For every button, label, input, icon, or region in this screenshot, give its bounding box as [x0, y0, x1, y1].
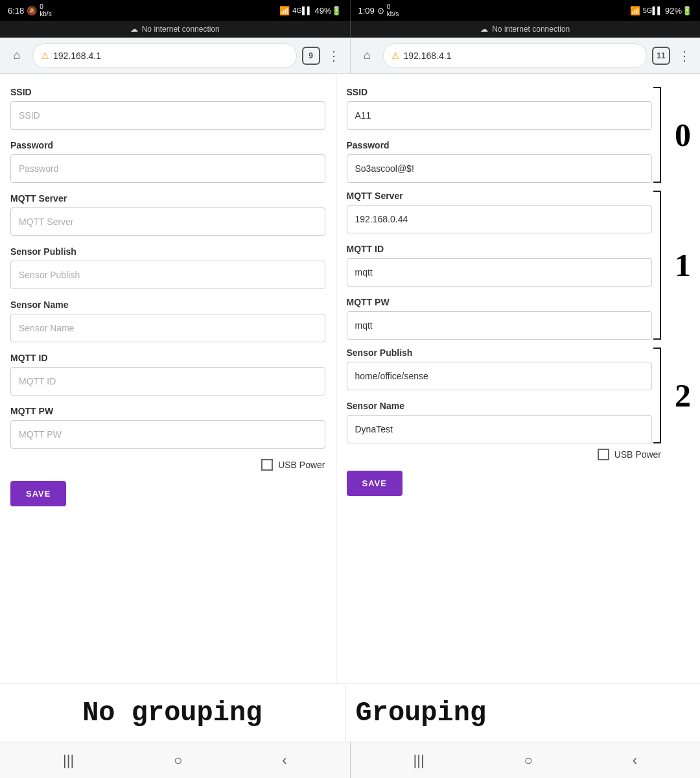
left-mqtt-id-input[interactable] [10, 367, 325, 395]
right-sensor-name-input[interactable] [347, 415, 653, 443]
right-clock-icon: ⊙ [377, 6, 384, 16]
left-browser-bar: ⌂ ⚠ 192.168.4.1 9 ⋮ [0, 38, 350, 73]
right-signal-icon: 5G▌▌ [643, 6, 662, 14]
left-sensor-name-group: Sensor Name [10, 300, 325, 342]
right-nav-bar: ||| ○ ‹ [351, 742, 701, 778]
left-tab-count[interactable]: 9 [302, 47, 320, 65]
left-time: 6:18 [8, 6, 24, 16]
right-panel: SSID Password 0 MQTT Server MQTT ID [336, 74, 701, 683]
right-ssid-input[interactable] [347, 101, 653, 130]
right-mqtt-server-group: MQTT Server [347, 191, 653, 233]
left-mqtt-server-input[interactable] [10, 207, 325, 236]
right-nav-back-icon[interactable]: ‹ [633, 752, 637, 769]
left-sensor-name-label: Sensor Name [10, 300, 325, 310]
right-battery: 92%🔋 [665, 6, 692, 16]
group2-number: 2 [675, 377, 691, 414]
right-nav-home-icon[interactable]: ○ [524, 752, 533, 769]
right-address-bar[interactable]: ⚠ 192.168.4.1 [383, 43, 648, 68]
left-signal-icon: 4G▌▌ [292, 6, 312, 14]
left-usb-power-row: USB Power [10, 459, 325, 471]
right-status-bar: 1:09 ⊙ 0kb/s 📶 5G▌▌ 92%🔋 [351, 0, 701, 21]
right-bottom-label: Grouping [345, 684, 701, 742]
left-password-group: Password [10, 140, 325, 183]
left-mqtt-id-label: MQTT ID [10, 353, 325, 363]
left-battery: 49%🔋 [314, 6, 342, 16]
right-mqtt-pw-group: MQTT PW [347, 297, 653, 340]
right-nav-menu-icon[interactable]: ||| [413, 752, 424, 769]
right-usb-label: USB Power [614, 449, 661, 460]
right-mqtt-pw-input[interactable] [347, 311, 653, 340]
left-warning-icon: ⚠ [41, 51, 49, 61]
right-no-internet: ☁ No internet connection [351, 21, 701, 38]
right-save-button[interactable]: SAVE [347, 471, 402, 496]
right-usb-power-row: USB Power [347, 449, 662, 460]
right-mqtt-id-input[interactable] [347, 258, 653, 287]
left-ssid-input[interactable] [10, 101, 325, 130]
left-mqtt-pw-group: MQTT PW [10, 406, 325, 449]
right-sensor-publish-label: Sensor Publish [347, 348, 653, 358]
group0-bracket [653, 87, 661, 183]
right-wifi-icon: 📶 [630, 6, 640, 16]
left-home-button[interactable]: ⌂ [6, 45, 27, 66]
left-ssid-group: SSID [10, 87, 325, 130]
right-mqtt-server-input[interactable] [347, 205, 653, 233]
group1-bracket [653, 191, 661, 340]
right-ssid-label: SSID [347, 87, 653, 97]
left-mqtt-server-label: MQTT Server [10, 193, 325, 204]
right-password-label: Password [347, 140, 653, 150]
left-bottom-label: No grouping [0, 684, 345, 742]
left-nav-bar: ||| ○ ‹ [0, 742, 350, 778]
right-mqtt-id-label: MQTT ID [347, 244, 653, 254]
left-alarm-icon: 🔕 [27, 6, 37, 16]
left-mqtt-server-group: MQTT Server [10, 193, 325, 236]
left-password-input[interactable] [10, 154, 325, 183]
left-nav-home-icon[interactable]: ○ [174, 752, 182, 769]
left-nav-menu-icon[interactable]: ||| [63, 752, 74, 769]
left-mqtt-pw-label: MQTT PW [10, 406, 325, 416]
left-sensor-name-input[interactable] [10, 314, 325, 342]
left-usb-label: USB Power [278, 460, 325, 470]
right-home-button[interactable]: ⌂ [357, 45, 378, 66]
left-sensor-publish-group: Sensor Publish [10, 246, 325, 289]
left-mqtt-id-group: MQTT ID [10, 353, 325, 395]
right-sensor-name-label: Sensor Name [347, 401, 653, 411]
group1-number: 1 [675, 246, 691, 284]
right-sensor-publish-input[interactable] [347, 362, 653, 390]
right-tab-count[interactable]: 11 [652, 47, 670, 65]
right-warning-icon: ⚠ [391, 51, 400, 61]
left-ssid-label: SSID [10, 87, 325, 97]
left-mqtt-pw-input[interactable] [10, 420, 325, 449]
left-nav-back-icon[interactable]: ‹ [282, 752, 286, 769]
cloud-off-icon: ☁ [130, 25, 138, 34]
right-browser-bar: ⌂ ⚠ 192.168.4.1 11 ⋮ [351, 38, 701, 73]
left-data-icon: 0kb/s [40, 3, 51, 18]
left-usb-checkbox[interactable] [261, 459, 273, 471]
left-address-bar[interactable]: ⚠ 192.168.4.1 [32, 43, 297, 68]
left-url: 192.168.4.1 [53, 51, 101, 61]
right-mqtt-server-label: MQTT Server [347, 191, 653, 201]
cloud-off-icon-2: ☁ [480, 25, 488, 34]
group0-number: 0 [675, 116, 691, 154]
left-save-button[interactable]: SAVE [10, 481, 66, 506]
right-sensor-publish-group: Sensor Publish [347, 348, 653, 390]
left-wifi-icon: 📶 [279, 6, 290, 16]
left-sensor-publish-label: Sensor Publish [10, 246, 325, 257]
left-sensor-publish-input[interactable] [10, 261, 325, 289]
right-password-input[interactable] [347, 154, 653, 183]
left-status-bar: 6:18 🔕 0kb/s 📶 4G▌▌ 49%🔋 [0, 0, 350, 21]
right-menu-button[interactable]: ⋮ [675, 47, 694, 65]
left-menu-button[interactable]: ⋮ [325, 47, 344, 65]
left-password-label: Password [10, 140, 325, 150]
right-sensor-name-group: Sensor Name [347, 401, 653, 443]
right-password-group: Password [347, 140, 653, 183]
right-data-icon: 0kb/s [387, 3, 399, 18]
right-mqtt-id-group: MQTT ID [347, 244, 653, 287]
right-ssid-group: SSID [347, 87, 653, 130]
right-usb-checkbox[interactable] [598, 449, 609, 460]
group2-bracket [653, 348, 661, 443]
left-panel: SSID Password MQTT Server Sensor Publish… [0, 74, 336, 683]
right-url: 192.168.4.1 [404, 51, 452, 61]
right-time: 1:09 [358, 6, 375, 16]
right-mqtt-pw-label: MQTT PW [347, 297, 653, 307]
left-no-internet: ☁ No internet connection [0, 21, 350, 38]
